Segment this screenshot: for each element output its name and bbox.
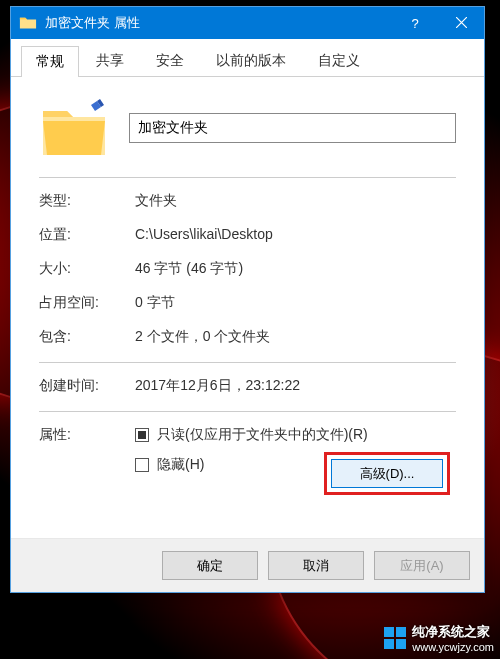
titlebar[interactable]: 加密文件夹 属性 ? xyxy=(11,7,484,39)
location-value: C:\Users\likai\Desktop xyxy=(135,226,456,244)
highlight-box: 高级(D)... xyxy=(324,452,450,495)
type-label: 类型: xyxy=(39,192,135,210)
folder-icon xyxy=(19,15,37,31)
watermark-logo-icon xyxy=(384,627,406,649)
divider xyxy=(39,411,456,412)
button-bar: 确定 取消 应用(A) xyxy=(11,538,484,592)
readonly-checkbox[interactable]: 只读(仅应用于文件夹中的文件)(R) xyxy=(135,426,456,444)
window-title: 加密文件夹 属性 xyxy=(45,14,140,32)
tab-customize[interactable]: 自定义 xyxy=(303,45,375,76)
divider xyxy=(39,362,456,363)
apply-button[interactable]: 应用(A) xyxy=(374,551,470,580)
help-icon: ? xyxy=(411,16,418,31)
sizeondisk-label: 占用空间: xyxy=(39,294,135,312)
hidden-label: 隐藏(H) xyxy=(157,456,204,474)
location-label: 位置: xyxy=(39,226,135,244)
tab-general[interactable]: 常规 xyxy=(21,46,79,77)
tabstrip: 常规 共享 安全 以前的版本 自定义 xyxy=(11,39,484,77)
checkbox-icon xyxy=(135,428,149,442)
folder-name-input[interactable] xyxy=(129,113,456,143)
attributes-label: 属性: xyxy=(39,426,135,444)
cancel-button[interactable]: 取消 xyxy=(268,551,364,580)
help-button[interactable]: ? xyxy=(392,7,438,39)
tab-security[interactable]: 安全 xyxy=(141,45,199,76)
properties-window: 加密文件夹 属性 ? 常规 共享 安全 以前的版本 自定义 xyxy=(10,6,485,593)
contains-label: 包含: xyxy=(39,328,135,346)
tab-previous-versions[interactable]: 以前的版本 xyxy=(201,45,301,76)
ok-button[interactable]: 确定 xyxy=(162,551,258,580)
tab-sharing[interactable]: 共享 xyxy=(81,45,139,76)
contains-value: 2 个文件，0 个文件夹 xyxy=(135,328,456,346)
readonly-label: 只读(仅应用于文件夹中的文件)(R) xyxy=(157,426,368,444)
created-label: 创建时间: xyxy=(39,377,135,395)
advanced-button[interactable]: 高级(D)... xyxy=(331,459,443,488)
type-value: 文件夹 xyxy=(135,192,456,210)
size-label: 大小: xyxy=(39,260,135,278)
tab-content: 类型: 文件夹 位置: C:\Users\likai\Desktop 大小: 4… xyxy=(11,77,484,538)
sizeondisk-value: 0 字节 xyxy=(135,294,456,312)
watermark-name: 纯净系统之家 xyxy=(412,623,494,641)
close-button[interactable] xyxy=(438,7,484,39)
watermark-url: www.ycwjzy.com xyxy=(412,641,494,653)
close-icon xyxy=(456,16,467,31)
folder-large-icon xyxy=(39,97,109,159)
checkbox-icon xyxy=(135,458,149,472)
watermark: 纯净系统之家 www.ycwjzy.com xyxy=(384,623,494,653)
divider xyxy=(39,177,456,178)
created-value: 2017年12月6日，23:12:22 xyxy=(135,377,456,395)
size-value: 46 字节 (46 字节) xyxy=(135,260,456,278)
